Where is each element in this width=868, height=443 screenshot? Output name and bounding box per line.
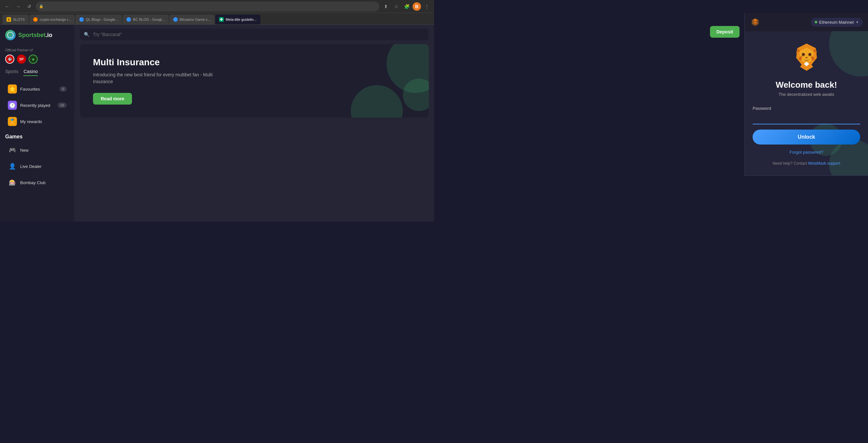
star-icon: ⭐ xyxy=(8,84,17,94)
lock-icon: 🔒 xyxy=(39,4,43,8)
partner-section: Official Partner of ⚽ SP ◆ xyxy=(0,45,74,69)
tab-ql[interactable]: 🔷 QL Blogs - Google... xyxy=(75,14,122,24)
my-rewards-label: My rewards xyxy=(20,119,42,124)
my-rewards-left: 🏅 My rewards xyxy=(8,117,42,126)
tab-favicon-bitcasino: 🔷 xyxy=(173,17,178,22)
games-section-header: Games xyxy=(0,130,74,142)
tab-meta[interactable]: ✚ Meta-title guidelin... xyxy=(215,14,260,24)
read-more-button[interactable]: Read more xyxy=(93,93,132,105)
tab-favicon-meta: ✚ xyxy=(219,17,224,22)
profile-button[interactable]: B xyxy=(412,2,421,11)
logo-area: Sportsbet.io xyxy=(0,30,74,45)
reward-icon: 🏅 xyxy=(8,117,17,126)
menu-button[interactable]: ⋮ xyxy=(422,2,431,11)
share-button[interactable]: ⬆ xyxy=(381,2,391,11)
new-icon: 🎮 xyxy=(8,145,17,155)
recently-played-left: 🕐 Recently played xyxy=(8,101,51,110)
tab-slots[interactable]: S SLOTS xyxy=(3,14,29,24)
clock-icon: 🕐 xyxy=(8,101,17,110)
my-rewards-item[interactable]: 🏅 My rewards xyxy=(3,114,72,129)
favourites-label: Favourites xyxy=(20,87,40,92)
live-dealer-icon: 👤 xyxy=(8,162,17,171)
recently-played-label: Recently played xyxy=(20,103,51,108)
favourites-badge: 0 xyxy=(60,87,67,92)
search-bar-wrap: 🔍 xyxy=(75,25,434,44)
extensions-button[interactable]: 🧩 xyxy=(402,2,411,11)
partner-logo-green: ◆ xyxy=(29,55,38,64)
tabs-bar: S SLOTS 🔶 crypto exchange r... 🔷 QL Blog… xyxy=(0,13,434,25)
sidebar: Sportsbet.io Official Partner of ⚽ SP ◆ … xyxy=(0,25,75,222)
tab-label-slots: SLOTS xyxy=(13,18,25,22)
tab-label-bitcasino: Bitcasino Game c... xyxy=(180,18,211,22)
tab-label-ql: QL Blogs - Google... xyxy=(86,18,118,22)
bookmark-button[interactable]: ☆ xyxy=(392,2,401,11)
hero-decoration xyxy=(331,44,429,117)
address-input[interactable]: sportsbet.io/casino xyxy=(36,2,379,11)
hero-banner: Multi Insurance Introducing the new best… xyxy=(80,44,429,117)
search-wrap: 🔍 xyxy=(80,29,429,40)
address-bar-wrap: 🔒 sportsbet.io/casino xyxy=(36,2,379,11)
tab-bitcasino[interactable]: 🔷 Bitcasino Game c... xyxy=(169,14,215,24)
main-layout: Sportsbet.io Official Partner of ⚽ SP ◆ … xyxy=(0,25,434,222)
reload-button[interactable]: ↺ xyxy=(25,2,34,11)
partner-logo-saints: ⚽ xyxy=(5,55,14,64)
tab-crypto[interactable]: 🔶 crypto exchange r... xyxy=(29,14,75,24)
hero-circle-2 xyxy=(351,85,403,117)
search-input[interactable] xyxy=(80,29,429,40)
tab-label-meta: Meta-title guidelin... xyxy=(226,18,256,22)
bombay-club-icon: 🎰 xyxy=(8,178,17,187)
search-icon: 🔍 xyxy=(84,32,89,37)
tab-sports[interactable]: Sports xyxy=(5,69,18,76)
forward-button[interactable]: → xyxy=(14,2,23,11)
nav-tabs: Sports Casino xyxy=(0,69,74,76)
logo-icon xyxy=(5,30,16,40)
tab-bc[interactable]: 🔷 BC BLOG - Googl... xyxy=(123,14,168,24)
logo-text: Sportsbet.io xyxy=(18,32,52,39)
favourites-item[interactable]: ⭐ Favourites 0 xyxy=(3,81,72,97)
partner-logo-spfc: SP xyxy=(17,55,26,64)
tab-favicon-crypto: 🔶 xyxy=(33,17,38,22)
tab-label-crypto: crypto exchange r... xyxy=(40,18,71,22)
tab-favicon-ql: 🔷 xyxy=(79,17,84,22)
hero-subtitle: Introducing the new best friend for ever… xyxy=(93,71,223,85)
tab-favicon-bc: 🔷 xyxy=(126,17,131,22)
browser-chrome: ← → ↺ 🔒 sportsbet.io/casino ⬆ ☆ 🧩 B ⋮ xyxy=(0,0,434,13)
back-button[interactable]: ← xyxy=(3,2,12,11)
tab-favicon-slots: S xyxy=(6,17,11,22)
partner-logos: ⚽ SP ◆ xyxy=(5,55,69,64)
browser-actions: ⬆ ☆ 🧩 B ⋮ xyxy=(381,2,431,11)
game-live-dealer-label: Live Dealer xyxy=(20,164,41,169)
favourites-left: ⭐ Favourites xyxy=(8,84,40,94)
tab-casino[interactable]: Casino xyxy=(23,69,38,76)
game-new-label: New xyxy=(20,148,29,152)
game-bombay-club-label: Bombay Club xyxy=(20,180,45,185)
main-content: 🔍 Multi Insurance Introducing the new be… xyxy=(75,25,434,222)
recently-played-badge: 19 xyxy=(58,103,67,108)
game-live-dealer[interactable]: 👤 Live Dealer xyxy=(3,159,72,174)
game-new[interactable]: 🎮 New xyxy=(3,142,72,158)
tab-label-bc: BC BLOG - Googl... xyxy=(133,18,164,22)
partner-label: Official Partner of xyxy=(5,48,69,52)
game-bombay-club[interactable]: 🎰 Bombay Club xyxy=(3,175,72,190)
recently-played-item[interactable]: 🕐 Recently played 19 xyxy=(3,97,72,113)
